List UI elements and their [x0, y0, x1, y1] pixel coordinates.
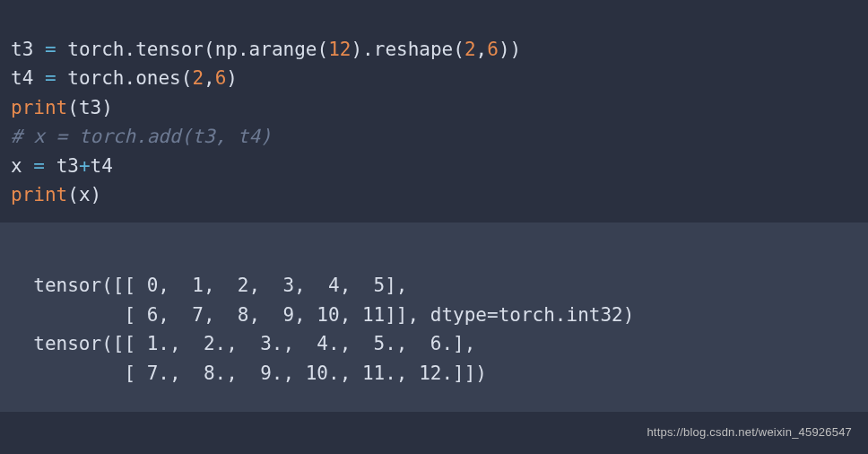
- token-paren: (: [453, 39, 464, 60]
- token-var: t3: [11, 39, 33, 60]
- output-panel: tensor([[ 0, 1, 2, 3, 4, 5], [ 6, 7, 8, …: [0, 223, 868, 412]
- token-number: 12: [328, 39, 351, 60]
- watermark-text: https://blog.csdn.net/weixin_45926547: [647, 423, 852, 441]
- code-line-4: # x = torch.add(t3, t4): [11, 126, 272, 147]
- token-print: print: [11, 184, 67, 205]
- token-paren: (: [67, 184, 79, 205]
- token-paren: ): [226, 67, 238, 89]
- token-paren: (: [317, 39, 328, 60]
- code-panel: t3 = torch.tensor(np.arange(12).reshape(…: [0, 0, 868, 223]
- token-equals: =: [45, 67, 56, 89]
- code-line-1: t3 = torch.tensor(np.arange(12).reshape(…: [11, 39, 521, 60]
- code-line-3: print(t3): [11, 97, 113, 118]
- token-comment: # x = torch.add(t3, t4): [11, 126, 272, 147]
- token-equals: =: [33, 155, 45, 177]
- token-paren: ): [510, 39, 522, 60]
- token-module: torch: [67, 39, 124, 60]
- token-module: np: [215, 39, 238, 60]
- token-number: 2: [192, 67, 204, 89]
- output-line-1: tensor([[ 0, 1, 2, 3, 4, 5],: [11, 275, 408, 296]
- output-line-4: [ 7., 8., 9., 10., 11., 12.]]): [11, 362, 487, 384]
- token-paren: (: [67, 97, 79, 118]
- token-operand: t4: [91, 155, 113, 177]
- token-operand: t3: [56, 155, 79, 177]
- token-paren: ): [91, 184, 102, 205]
- token-equals: =: [45, 39, 56, 60]
- code-line-5: x = t3+t4: [11, 155, 113, 177]
- token-dot: .: [362, 39, 374, 60]
- token-dot: .: [124, 67, 135, 89]
- token-var: t4: [11, 67, 33, 89]
- output-line-2: [ 6, 7, 8, 9, 10, 11]], dtype=torch.int3…: [11, 304, 634, 326]
- token-dot: .: [238, 39, 249, 60]
- token-number: 6: [215, 67, 227, 89]
- token-plus: +: [79, 155, 91, 177]
- token-func: tensor: [135, 39, 204, 60]
- token-arg: x: [79, 184, 91, 205]
- token-comma: ,: [476, 39, 488, 60]
- token-paren: (: [204, 39, 215, 60]
- code-line-2: t4 = torch.ones(2,6): [11, 67, 238, 89]
- token-dot: .: [124, 39, 135, 60]
- token-paren: ): [499, 39, 510, 60]
- token-func: ones: [135, 67, 181, 89]
- code-line-6: print(x): [11, 184, 101, 205]
- token-func: arange: [249, 39, 317, 60]
- token-paren: (: [181, 67, 193, 89]
- token-number: 2: [464, 39, 476, 60]
- token-arg: t3: [79, 97, 101, 118]
- token-print: print: [11, 97, 67, 118]
- token-number: 6: [487, 39, 499, 60]
- token-comma: ,: [204, 67, 215, 89]
- token-paren: ): [101, 97, 113, 118]
- output-line-3: tensor([[ 1., 2., 3., 4., 5., 6.],: [11, 333, 475, 354]
- token-var: x: [11, 155, 22, 177]
- token-module: torch: [67, 67, 124, 89]
- token-func: reshape: [374, 39, 454, 60]
- token-paren: ): [351, 39, 362, 60]
